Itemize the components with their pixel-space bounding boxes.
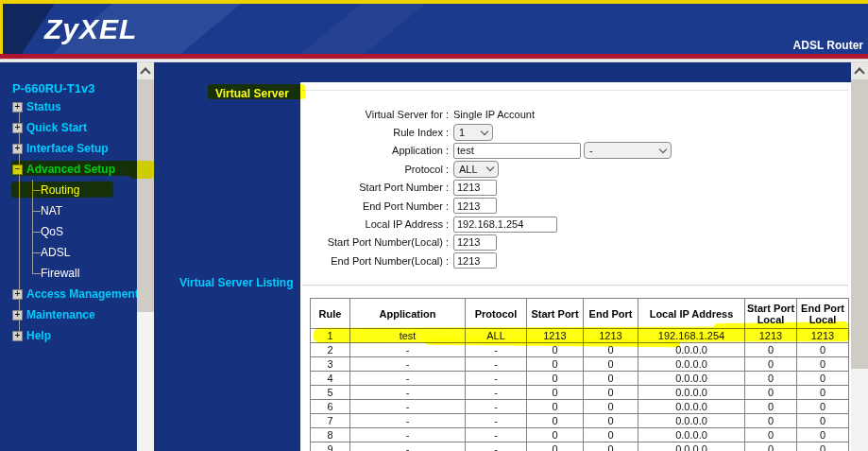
table-cell: 9	[311, 442, 350, 451]
virtual-server-form: Virtual Server for :Single IP AccountRul…	[300, 105, 706, 270]
applicationpreset-select[interactable]: -	[584, 142, 672, 159]
form-row-start-port-number: Start Port Number :	[300, 179, 706, 197]
panel-divider	[302, 90, 848, 91]
table-cell: 0	[584, 400, 638, 414]
table-cell: 4	[311, 372, 350, 386]
table-cell: 0	[584, 357, 638, 372]
end-port-number-localinput[interactable]	[453, 252, 497, 269]
column-header: Start Port	[527, 299, 584, 329]
applicationinput[interactable]	[453, 143, 581, 159]
rule-indexselect[interactable]: 1	[453, 124, 493, 141]
chevron-up-icon	[140, 67, 150, 78]
sidebar-item-firewall[interactable]: Firewall	[0, 263, 137, 284]
sidebar-item-quick-start[interactable]: +Quick Start	[0, 117, 137, 138]
chevron-down-icon	[481, 127, 488, 134]
table-cell: test	[350, 329, 466, 343]
column-header: Protocol	[466, 299, 527, 329]
sidebar-item-label: QoS	[41, 225, 63, 238]
table-cell: 0	[745, 400, 797, 414]
sidebar-item-label: Access Management	[26, 287, 137, 301]
form-control	[453, 180, 497, 196]
chevron-down-icon	[659, 146, 667, 153]
expand-icon[interactable]: +	[12, 102, 23, 113]
sidebar-item-label: Interface Setup	[26, 142, 109, 155]
end-port-numberinput[interactable]	[453, 198, 497, 214]
sidebar-item-label: NAT	[41, 204, 62, 217]
table-cell: -	[466, 428, 527, 442]
table-cell: -	[466, 386, 527, 400]
table-cell: 0	[745, 386, 797, 400]
form-control: -	[453, 142, 672, 159]
table-cell: 0	[745, 428, 797, 442]
expand-icon[interactable]: +	[12, 310, 23, 321]
table-cell: -	[350, 414, 466, 428]
sidebar-item-adsl[interactable]: ADSL	[0, 242, 137, 263]
scroll-up-button[interactable]	[851, 62, 868, 79]
collapse-icon[interactable]: −	[12, 165, 23, 175]
chevron-down-icon	[486, 164, 494, 171]
sidebar-item-qos[interactable]: QoS	[0, 221, 137, 242]
form-static-value: Single IP Account	[453, 109, 535, 120]
sidebar-nav: P-660RU-T1v3 +Status+Quick Start+Interfa…	[0, 62, 137, 451]
expand-icon[interactable]: +	[12, 331, 23, 341]
sidebar-item-nat[interactable]: NAT	[0, 200, 137, 221]
router-admin-page: ZyXEL ADSL Router P-660RU-T1v3 +Status+Q…	[0, 0, 868, 451]
table-cell: 2	[311, 343, 350, 357]
table-cell: 0	[527, 386, 584, 400]
table-cell: 0	[584, 414, 638, 428]
sidebar-item-help[interactable]: +Help	[0, 325, 137, 346]
expand-icon[interactable]: +	[12, 123, 23, 133]
form-row-virtual-server-for: Virtual Server for :Single IP Account	[300, 105, 706, 123]
select-value: 1	[459, 127, 465, 138]
table-row: 1testALL12131213192.168.1.25412131213	[311, 329, 849, 343]
table-cell: -	[350, 428, 466, 442]
sidebar-item-access-management[interactable]: +Access Management	[0, 284, 137, 304]
table-cell: -	[466, 343, 527, 357]
table-row: 4--000.0.0.000	[311, 372, 849, 386]
table-row: 2--000.0.0.000	[311, 343, 849, 357]
expand-icon[interactable]: +	[12, 144, 23, 154]
sidebar-item-interface-setup[interactable]: +Interface Setup	[0, 138, 137, 159]
table-row: 8--000.0.0.000	[311, 428, 849, 442]
start-port-number-localinput[interactable]	[453, 234, 497, 251]
tree-branch	[32, 190, 41, 191]
form-table-divider	[302, 285, 848, 286]
table-cell: -	[350, 386, 466, 400]
page-scrollbar[interactable]	[851, 62, 868, 451]
table-cell: 0	[745, 442, 797, 451]
form-label: Rule Index :	[300, 127, 453, 138]
form-label: End Port Number(Local) :	[300, 255, 453, 267]
sidebar-scrollbar[interactable]	[137, 62, 154, 451]
form-label: Local IP Address :	[300, 218, 453, 230]
form-row-local-ip-address: Local IP Address :	[300, 215, 706, 233]
sidebar-item-routing[interactable]: Routing	[0, 180, 137, 200]
table-cell: -	[350, 442, 466, 451]
sidebar-item-status[interactable]: +Status	[0, 96, 137, 117]
form-label: Virtual Server for :	[300, 109, 453, 120]
form-label: Start Port Number :	[300, 182, 453, 193]
table-cell: 0.0.0.0	[638, 357, 745, 372]
protocolselect[interactable]: ALL	[453, 161, 499, 178]
table-cell: -	[466, 414, 527, 428]
start-port-numberinput[interactable]	[453, 180, 497, 196]
sidebar-item-advanced-setup[interactable]: −Advanced Setup	[0, 159, 137, 180]
sidebar-item-maintenance[interactable]: +Maintenance	[0, 304, 137, 325]
tree-branch	[32, 252, 41, 253]
expand-icon[interactable]: +	[12, 289, 23, 300]
sidebar-item-label: Routing	[41, 183, 79, 197]
scroll-up-button[interactable]	[137, 62, 154, 79]
scrollbar-thumb[interactable]	[851, 79, 868, 369]
form-label: End Port Number :	[300, 200, 453, 212]
chevron-up-icon	[854, 67, 864, 78]
table-cell: 0	[797, 428, 849, 442]
form-control	[453, 217, 557, 233]
local-ip-addressinput[interactable]	[453, 217, 557, 233]
table-cell: 0	[745, 414, 797, 428]
sidebar-item-label: Help	[26, 329, 51, 342]
scrollbar-thumb[interactable]	[137, 79, 154, 312]
table-cell: 0	[527, 343, 584, 357]
table-row: 7--000.0.0.000	[311, 414, 849, 428]
table-cell: 0	[797, 400, 849, 414]
table-cell: 1	[311, 329, 350, 343]
table-row: 3--000.0.0.000	[311, 357, 849, 372]
